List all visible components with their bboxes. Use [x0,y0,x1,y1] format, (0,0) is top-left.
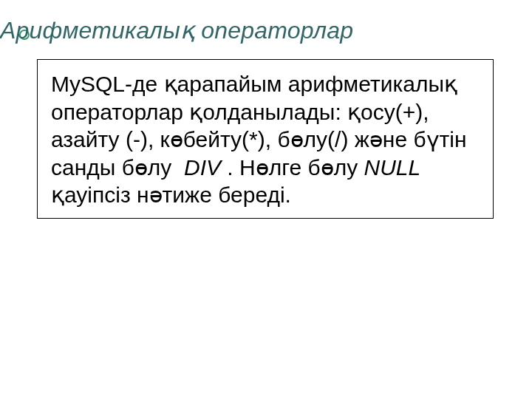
body-text-2: . Нөлге бөлу [221,155,364,180]
slide-title: Арифметикалық операторлар [0,16,353,44]
body-keyword-null: NULL [364,155,421,180]
slide: Арифметикалық операторлар MySQL-де қарап… [0,0,532,399]
content-box: MySQL-де қарапайым арифметикалық операто… [37,59,494,219]
body-keyword-div: DIV [184,155,221,180]
